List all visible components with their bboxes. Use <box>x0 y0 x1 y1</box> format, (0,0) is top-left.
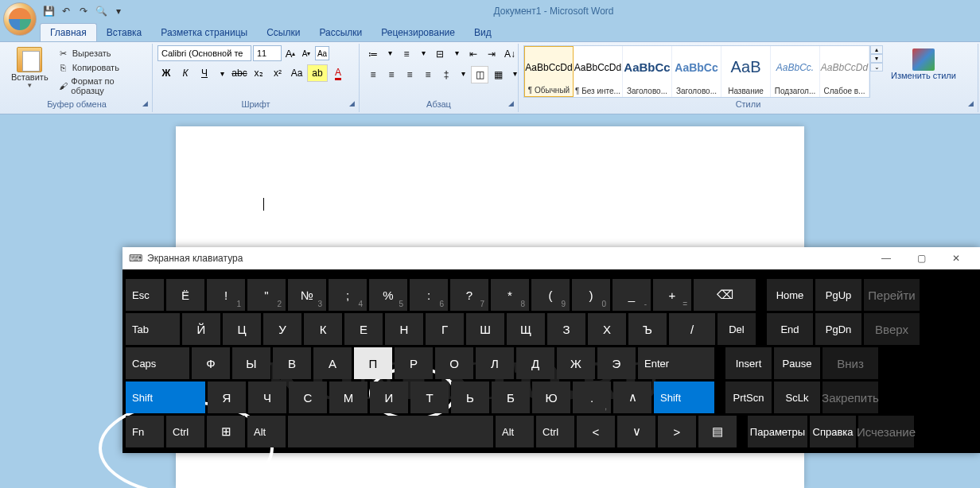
multilevel-more[interactable]: ▾ <box>449 45 464 60</box>
tab-references[interactable]: Ссылки <box>257 24 309 41</box>
key-с[interactable]: С <box>289 381 327 413</box>
line-spacing-button[interactable]: ‡ <box>438 66 455 83</box>
bold-button[interactable]: Ж <box>158 64 175 82</box>
key-ц[interactable]: Ц <box>223 313 261 345</box>
key-ы[interactable]: Ы <box>232 347 270 379</box>
key-[interactable]: ⊞ <box>207 416 245 447</box>
style-item-1[interactable]: AaBbCcDd¶ Без инте... <box>574 46 623 97</box>
styles-scroll-down[interactable]: ▾ <box>870 54 883 63</box>
align-center-button[interactable]: ≡ <box>383 66 400 83</box>
key-ь[interactable]: Ь <box>451 381 489 413</box>
key-[interactable]: ⌫ <box>694 279 756 311</box>
key-[interactable]: ;4 <box>329 279 367 311</box>
key-prtscn[interactable]: PrtScn <box>725 381 772 413</box>
paragraph-dialog-launcher[interactable]: ◢ <box>505 99 516 110</box>
format-painter-button[interactable]: 🖌Формат по образцу <box>56 76 144 96</box>
key-[interactable]: += <box>653 279 691 311</box>
bullets-button[interactable]: ≔ <box>364 45 382 63</box>
sort-button[interactable]: A↓ <box>501 45 519 63</box>
key-м[interactable]: М <box>329 381 368 413</box>
key-[interactable]: ∧ <box>613 381 651 413</box>
bullets-more[interactable]: ▾ <box>383 45 397 60</box>
style-item-5[interactable]: AaBbCc.Подзагол... <box>771 46 820 97</box>
numbering-button[interactable]: ≡ <box>398 45 415 63</box>
key-и[interactable]: И <box>370 381 408 413</box>
decrease-indent-button[interactable]: ⇤ <box>465 45 482 63</box>
key-ctrl[interactable]: Ctrl <box>536 416 574 447</box>
key-ш[interactable]: Ш <box>466 313 504 345</box>
key-home[interactable]: Home <box>767 279 813 311</box>
customize-qat-icon[interactable]: ▾ <box>111 3 126 19</box>
key-вверх[interactable]: Вверх <box>864 313 920 345</box>
print-preview-icon[interactable]: 🔍 <box>93 3 109 19</box>
key-[interactable]: :6 <box>410 279 448 311</box>
cut-button[interactable]: ✂Вырезать <box>56 47 144 60</box>
key-ю[interactable]: Ю <box>532 381 570 413</box>
highlight-button[interactable]: ab <box>307 64 328 82</box>
key-параметры[interactable]: Параметры <box>748 416 807 447</box>
key-н[interactable]: Н <box>385 313 423 345</box>
key-вниз[interactable]: Вниз <box>822 347 878 379</box>
key-р[interactable]: Р <box>395 347 433 379</box>
key-esc[interactable]: Esc <box>126 279 164 311</box>
key-[interactable]: ∨ <box>617 416 655 447</box>
font-color-button[interactable]: A <box>329 64 347 82</box>
key-enter[interactable]: Enter <box>638 347 714 379</box>
undo-icon[interactable]: ↶ <box>58 3 74 19</box>
key-э[interactable]: Э <box>597 347 636 379</box>
key-[interactable]: №3 <box>288 279 326 311</box>
key-[interactable]: ?7 <box>450 279 488 311</box>
redo-icon[interactable]: ↷ <box>76 3 91 19</box>
italic-button[interactable]: К <box>177 64 194 82</box>
key-ctrl[interactable]: Ctrl <box>166 416 204 447</box>
key-alt[interactable]: Alt <box>247 416 286 447</box>
key-[interactable]: )0 <box>572 279 610 311</box>
key-з[interactable]: З <box>547 313 585 345</box>
key-п[interactable]: П <box>354 347 392 379</box>
key-[interactable]: > <box>658 416 696 447</box>
key-д[interactable]: Д <box>516 347 554 379</box>
key-ъ[interactable]: Ъ <box>628 313 667 345</box>
tab-view[interactable]: Вид <box>465 24 501 41</box>
underline-more-icon[interactable]: ▾ <box>215 66 229 80</box>
tab-mailings[interactable]: Рассылки <box>309 24 371 41</box>
style-item-2[interactable]: AaBbCcЗаголово... <box>623 46 672 97</box>
key-[interactable]: < <box>577 416 615 447</box>
key-ф[interactable]: Ф <box>192 347 230 379</box>
styles-scroll-up[interactable]: ▴ <box>870 45 883 54</box>
key-исчезание[interactable]: Исчезание <box>858 416 914 447</box>
tab-insert[interactable]: Вставка <box>97 24 152 41</box>
subscript-button[interactable]: x₂ <box>250 64 267 82</box>
key-[interactable]: "2 <box>247 279 286 311</box>
font-size-select[interactable] <box>253 45 282 61</box>
close-button[interactable]: ✕ <box>939 247 974 269</box>
key-х[interactable]: Х <box>588 313 626 345</box>
key-у[interactable]: У <box>263 313 301 345</box>
key-в[interactable]: В <box>273 347 311 379</box>
key-л[interactable]: Л <box>476 347 514 379</box>
style-item-6[interactable]: AaBbCcDdСлабое в... <box>820 46 869 97</box>
clipboard-dialog-launcher[interactable]: ◢ <box>139 99 150 110</box>
key-ж[interactable]: Ж <box>557 347 595 379</box>
key-del[interactable]: Del <box>718 313 756 345</box>
style-item-0[interactable]: AaBbCcDd¶ Обычный <box>524 46 574 97</box>
key-shift[interactable]: Shift <box>126 381 205 413</box>
key-перейти[interactable]: Перейти <box>864 279 920 311</box>
key-ч[interactable]: Ч <box>248 381 286 413</box>
save-icon[interactable]: 💾 <box>41 3 56 19</box>
key-caps[interactable]: Caps <box>126 347 189 379</box>
key-[interactable]: ▤ <box>698 416 737 447</box>
key-pgdn[interactable]: PgDn <box>815 313 861 345</box>
styles-expand[interactable]: ⌄ <box>870 63 883 72</box>
key-[interactable]: *8 <box>491 279 529 311</box>
key-а[interactable]: А <box>313 347 352 379</box>
key-щ[interactable]: Щ <box>507 313 545 345</box>
key-справка[interactable]: Справка <box>810 416 856 447</box>
shrink-font-button[interactable]: A▾ <box>299 46 313 60</box>
paste-button[interactable]: Вставить ▼ <box>6 45 53 91</box>
spacing-more[interactable]: ▾ <box>456 66 470 80</box>
key-shift[interactable]: Shift <box>654 381 714 413</box>
strikethrough-button[interactable]: abc <box>231 64 248 82</box>
borders-button[interactable]: ▦ <box>489 66 507 83</box>
key-[interactable]: ., <box>573 381 611 413</box>
